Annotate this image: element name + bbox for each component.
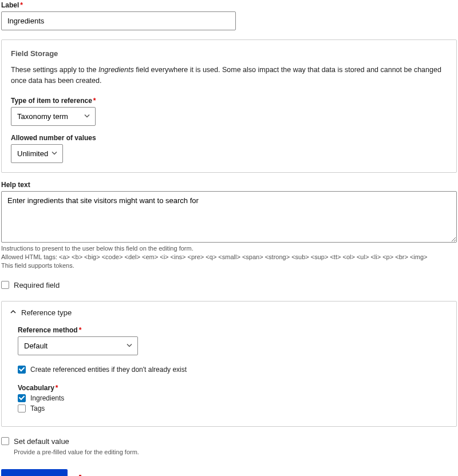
label-field-label: Label* <box>1 1 457 9</box>
vocabulary-option-tags: Tags <box>18 404 440 412</box>
field-storage-heading: Field Storage <box>11 49 447 58</box>
required-mark-icon: * <box>79 326 82 334</box>
reference-method-select-wrap: Default <box>18 336 138 355</box>
vocabulary-label: Vocabulary* <box>18 384 440 392</box>
reference-type-summary-label: Reference type <box>21 308 72 317</box>
create-entities-label: Create referenced entities if they don't… <box>30 366 187 374</box>
allowed-values-select-wrap: Unlimited <box>11 144 63 163</box>
reference-type-body: Reference method* Default Create referen… <box>2 324 456 426</box>
reference-type-details: Reference type Reference method* Default… <box>1 301 457 427</box>
required-field-checkbox[interactable] <box>1 281 9 289</box>
help-text-textarea[interactable]: Enter ingredients that site visitors mig… <box>1 191 457 243</box>
allowed-values-select[interactable]: Unlimited <box>11 144 63 163</box>
required-mark-icon: * <box>93 97 96 105</box>
required-mark-icon: * <box>56 384 58 392</box>
allowed-values-label: Allowed number of values <box>11 134 447 142</box>
reference-type-summary[interactable]: Reference type <box>2 302 456 324</box>
vocabulary-ingredients-checkbox[interactable] <box>18 394 26 402</box>
reference-method-select[interactable]: Default <box>18 336 138 355</box>
chevron-up-icon <box>10 308 17 317</box>
help-note-instructions: Instructions to present to the user belo… <box>1 244 457 253</box>
help-text-label: Help text <box>1 181 457 189</box>
create-entities-checkbox[interactable] <box>18 366 26 374</box>
create-entities-row: Create referenced entities if they don't… <box>18 366 440 374</box>
set-default-row: Set default value <box>1 437 457 446</box>
set-default-checkbox[interactable] <box>1 437 9 445</box>
required-field-row: Required field <box>1 281 457 289</box>
form-actions: Save settings Delete <box>1 469 457 476</box>
label-input[interactable] <box>1 11 236 30</box>
save-settings-button[interactable]: Save settings <box>1 469 68 476</box>
type-of-item-select-wrap: Taxonomy term <box>11 107 96 126</box>
type-of-item-select[interactable]: Taxonomy term <box>11 107 96 126</box>
help-note-tokens: This field supports tokens. <box>1 261 457 270</box>
vocabulary-ingredients-label: Ingredients <box>30 394 64 402</box>
set-default-label: Set default value <box>14 437 69 446</box>
vocabulary-tags-label: Tags <box>30 404 45 412</box>
vocabulary-option-ingredients: Ingredients <box>18 394 440 402</box>
field-storage-description: These settings apply to the Ingredients … <box>11 65 447 86</box>
reference-method-label: Reference method* <box>18 326 440 334</box>
help-note-allowed-tags: Allowed HTML tags: <a> <b> <big> <code> … <box>1 253 457 261</box>
set-default-description: Provide a pre-filled value for the editi… <box>14 448 457 457</box>
label-text: Label <box>1 1 19 9</box>
required-mark-icon: * <box>20 1 23 9</box>
vocabulary-tags-checkbox[interactable] <box>18 404 26 412</box>
required-field-label: Required field <box>14 281 60 289</box>
type-of-item-label: Type of item to reference* <box>11 97 447 105</box>
field-storage-section: Field Storage These settings apply to th… <box>1 39 457 173</box>
